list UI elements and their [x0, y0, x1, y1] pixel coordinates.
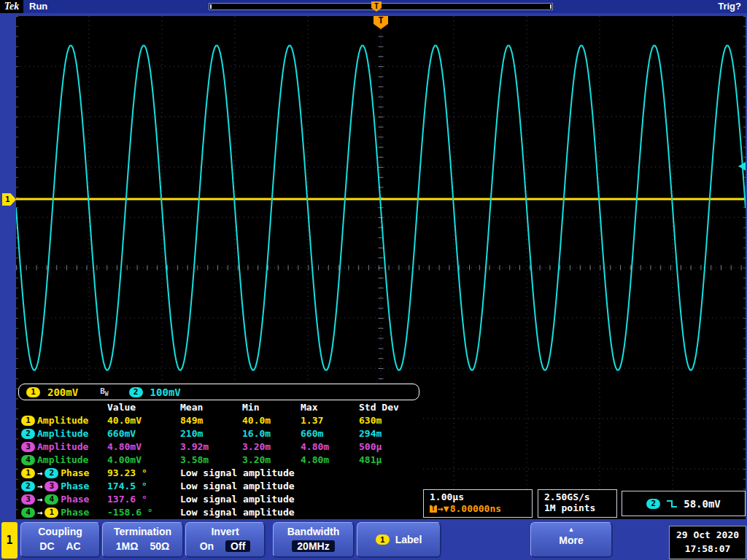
termination-option-50ohm[interactable]: 50Ω	[150, 540, 169, 552]
measurement-header-row: Value Mean Min Max Std Dev	[18, 401, 419, 414]
measurement-row-ch3-amplitude: 3Amplitude 4.80mV3.92m 3.20m4.80m 500µ	[18, 440, 419, 454]
sample-rate: 2.50GS/s	[544, 491, 616, 502]
coupling-title: Coupling	[21, 526, 99, 537]
channel-1-scale: 200mV	[47, 386, 78, 398]
channel-3-badge: 3	[21, 494, 35, 505]
falling-edge-icon	[666, 499, 678, 509]
date-time-display: 29 Oct 2020 17:58:07	[669, 526, 746, 559]
horizontal-scale: 1.00µs	[430, 491, 532, 502]
channel-2-badge: 2	[44, 468, 58, 478]
invert-title: Invert	[186, 526, 264, 537]
invert-option-on[interactable]: On	[200, 540, 214, 552]
channel-2-scale: 100mV	[150, 386, 181, 398]
bandwidth-limit-icon: BW	[100, 386, 108, 397]
channel-1-badge[interactable]: 1	[26, 387, 40, 397]
measurement-note: Low signal amplitude	[180, 493, 419, 506]
termination-button[interactable]: Termination 1MΩ 50Ω	[102, 522, 184, 558]
phase-arrow-icon: →	[37, 480, 42, 493]
col-header-value: Value	[107, 401, 180, 414]
col-header-min: Min	[242, 401, 301, 414]
measurement-note: Low signal amplitude	[180, 506, 419, 519]
bandwidth-title: Bandwidth	[274, 526, 353, 537]
channel-1-badge: 1	[21, 416, 35, 426]
trigger-level-value: 58.0mV	[684, 498, 721, 510]
col-header-max: Max	[301, 401, 359, 414]
phase-arrow-icon: →	[37, 467, 42, 480]
channel-1-badge: 1	[21, 468, 35, 478]
coupling-option-dc[interactable]: DC	[39, 540, 54, 552]
phase-arrow-icon: →	[37, 493, 42, 506]
bandwidth-option-20mhz[interactable]: 20MHz	[292, 540, 334, 552]
label-button[interactable]: 1 Label	[357, 522, 441, 558]
trigger-level-marker[interactable]	[738, 162, 746, 171]
measurement-table: Value Mean Min Max Std Dev 1Amplitude 40…	[18, 401, 419, 519]
trigger-flag-icon: T	[430, 505, 437, 513]
acquisition-readout: 2.50GS/s 1M points	[538, 489, 617, 518]
record-length: 1M points	[544, 502, 616, 513]
oscilloscope-screen: Tek Run T Trig?	[0, 0, 747, 560]
more-button[interactable]: ▲ More	[530, 522, 613, 558]
measurement-row-phase-2-3: 2→3Phase 174.5 ° Low signal amplitude	[18, 480, 419, 493]
trigger-status: Trig?	[718, 0, 741, 13]
date: 29 Oct 2020	[670, 529, 746, 542]
channel-2-badge: 2	[646, 499, 660, 509]
acquisition-status: Run	[29, 0, 47, 13]
channel-3-badge: 3	[44, 481, 58, 491]
horizontal-delay: T →▼ 8.00000ns	[430, 503, 532, 514]
coupling-option-ac[interactable]: AC	[66, 540, 81, 552]
phase-arrow-icon: →	[37, 506, 42, 519]
more-title: More	[531, 534, 611, 546]
trigger-readout: 2 58.0mV	[622, 491, 746, 516]
ch2-trace[interactable]	[16, 45, 746, 370]
channel-2-badge: 2	[21, 481, 35, 491]
measurement-row-ch1-amplitude: 1Amplitude 40.0mV849m 40.0m1.37 630m	[18, 414, 419, 427]
measurement-row-phase-3-4: 3→4Phase 137.6 ° Low signal amplitude	[18, 493, 419, 506]
tek-logo: Tek	[0, 0, 23, 13]
time: 17:58:07	[670, 542, 746, 556]
channel-2-badge: 2	[21, 429, 35, 439]
coupling-button[interactable]: Coupling DC AC	[20, 522, 101, 558]
channel-1-badge: 1	[44, 508, 58, 518]
measurement-row-phase-4-1: 4→1Phase -158.6 ° Low signal amplitude	[18, 506, 419, 519]
active-channel-badge: 1	[1, 522, 18, 559]
more-up-arrow-icon: ▲	[531, 526, 611, 533]
termination-option-1mohm[interactable]: 1MΩ	[116, 540, 139, 552]
channel-2-badge[interactable]: 2	[129, 387, 143, 397]
channel-scale-readout: 1 200mV BW 2 100mV	[18, 384, 419, 400]
termination-title: Termination	[103, 526, 182, 537]
measurement-row-ch2-amplitude: 2Amplitude 660mV210m 16.0m660m 294m	[18, 427, 419, 440]
col-header-stddev: Std Dev	[359, 401, 419, 414]
measurement-note: Low signal amplitude	[180, 467, 419, 480]
channel-4-badge: 4	[21, 455, 35, 465]
col-header-mean: Mean	[180, 401, 242, 414]
channel-4-badge: 4	[44, 494, 58, 505]
channel1-ground-marker[interactable]: 1	[2, 193, 16, 206]
top-status-bar: Tek Run T Trig?	[0, 0, 747, 13]
label-title: Label	[395, 534, 422, 545]
bandwidth-button[interactable]: Bandwidth 20MHz	[273, 522, 355, 558]
invert-button[interactable]: Invert On Off	[185, 522, 266, 558]
invert-option-off[interactable]: Off	[225, 540, 250, 552]
channel-3-badge: 3	[21, 442, 35, 452]
horizontal-scale-readout: 1.00µs T →▼ 8.00000ns	[423, 489, 533, 518]
measurement-row-ch4-amplitude: 4Amplitude 4.00mV3.58m 3.20m4.80m 481µ	[18, 454, 419, 467]
measurement-note: Low signal amplitude	[180, 480, 419, 493]
measurement-row-phase-1-2: 1→2Phase 93.23 ° Low signal amplitude	[18, 467, 419, 480]
channel-1-badge: 1	[376, 534, 390, 545]
channel-4-badge: 4	[21, 508, 35, 518]
